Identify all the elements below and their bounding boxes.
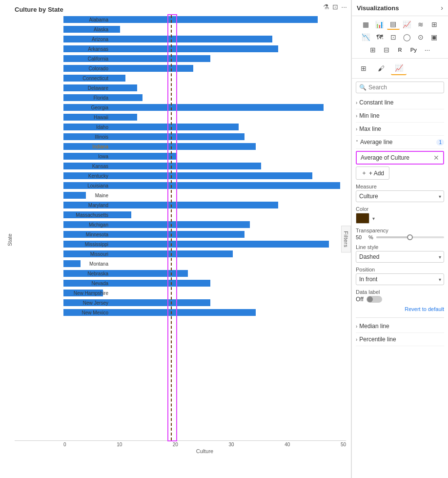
section-average-line[interactable]: ˅ Average line 1 bbox=[356, 136, 444, 149]
bar-row[interactable]: Iowa bbox=[63, 152, 346, 161]
x-tick: 10 bbox=[117, 442, 122, 447]
bar-label: Mississippi bbox=[63, 242, 110, 247]
viz-icon-matrix[interactable]: ⊟ bbox=[380, 44, 393, 55]
measure-select[interactable]: Culture bbox=[356, 190, 444, 202]
bar-row[interactable]: Alaska bbox=[63, 25, 346, 34]
bar-row[interactable]: Illinois bbox=[63, 132, 346, 141]
bar-chart-container: AlabamaAlaskaArizonaArkansasCaliforniaCo… bbox=[15, 15, 346, 455]
viz-icon-treemap[interactable]: ⊡ bbox=[387, 32, 400, 42]
bar-row[interactable]: Nebraska bbox=[63, 269, 346, 278]
sub-tab-format[interactable]: 🖌 bbox=[373, 62, 389, 75]
bar-row[interactable]: Florida bbox=[63, 93, 346, 102]
chart-toolbar: ⚗ ⊡ ··· bbox=[323, 3, 347, 11]
viz-icon-pie[interactable]: 📉 bbox=[360, 32, 372, 42]
toggle-thumb bbox=[367, 296, 373, 302]
section-constant-line[interactable]: › Constant line bbox=[356, 96, 444, 109]
chevron-percentile: › bbox=[356, 337, 357, 342]
sub-tab-analytics[interactable]: 📈 bbox=[391, 62, 407, 75]
bar-label: Nevada bbox=[63, 281, 110, 286]
chevron-average: ˅ bbox=[356, 140, 358, 145]
search-box[interactable]: 🔍 bbox=[356, 82, 444, 93]
bar-row[interactable]: Delaware bbox=[63, 83, 346, 92]
bar-label: New Jersey bbox=[63, 300, 110, 306]
bar-label: Alabama bbox=[63, 17, 110, 22]
sub-tab-fields[interactable]: ⊞ bbox=[356, 62, 371, 75]
bar-row[interactable]: New Jersey bbox=[63, 298, 346, 307]
bar-row[interactable]: Montana bbox=[63, 259, 346, 268]
bar-row[interactable]: Maine bbox=[63, 191, 346, 200]
position-select[interactable]: In front bbox=[356, 273, 444, 285]
viz-icon-scatter[interactable]: ⊞ bbox=[428, 19, 441, 30]
bar-row[interactable]: Alabama bbox=[63, 15, 346, 24]
bar-label: Georgia bbox=[63, 105, 110, 110]
x-axis: 01020304050 Culture bbox=[15, 440, 346, 455]
bar-row[interactable]: New Hampshire bbox=[63, 289, 346, 297]
filter-icon[interactable]: ⚗ bbox=[323, 3, 329, 11]
max-line-label: Max line bbox=[359, 125, 381, 132]
data-label-toggle[interactable] bbox=[367, 296, 382, 303]
line-style-select[interactable]: Dashed bbox=[356, 251, 444, 263]
more-options-icon[interactable]: ··· bbox=[341, 3, 347, 11]
bar-row[interactable]: Kentucky bbox=[63, 171, 346, 180]
viz-icon-py[interactable]: Py bbox=[407, 44, 420, 55]
viz-icon-r[interactable]: R bbox=[394, 44, 407, 55]
viz-nav-forward[interactable]: › bbox=[441, 4, 443, 12]
color-swatch[interactable] bbox=[356, 213, 369, 224]
bar-label: Florida bbox=[63, 95, 110, 101]
section-percentile-line[interactable]: › Percentile line bbox=[356, 333, 444, 346]
viz-icon-horizontal-bar[interactable]: ▤ bbox=[387, 19, 400, 30]
bar-row[interactable]: Idaho bbox=[63, 123, 346, 131]
average-pill-close[interactable]: ✕ bbox=[433, 154, 439, 162]
x-tick: 0 bbox=[63, 442, 66, 447]
bar-row[interactable]: Kansas bbox=[63, 162, 346, 170]
filters-tab[interactable]: Filters bbox=[341, 226, 351, 252]
add-average-button[interactable]: ＋ + Add bbox=[356, 166, 389, 180]
viz-icon-area[interactable]: ≋ bbox=[414, 19, 427, 30]
viz-icon-card[interactable]: ▣ bbox=[428, 32, 441, 42]
section-max-line[interactable]: › Max line bbox=[356, 123, 444, 136]
bar-row[interactable]: Arizona bbox=[63, 35, 346, 43]
bar-row[interactable]: Arkansas bbox=[63, 44, 346, 53]
bar-row[interactable]: Louisiana bbox=[63, 181, 346, 190]
x-axis-label: Culture bbox=[63, 448, 346, 454]
bar-row[interactable]: Michigan bbox=[63, 220, 346, 229]
revert-link[interactable]: Revert to default bbox=[405, 304, 444, 314]
search-input[interactable] bbox=[368, 84, 441, 91]
bar-row[interactable]: Missouri bbox=[63, 249, 346, 258]
color-dropdown-arrow[interactable]: ▾ bbox=[372, 216, 375, 221]
bar-label: Kentucky bbox=[63, 173, 110, 179]
bar-row[interactable]: Connecticut bbox=[63, 74, 346, 83]
transparency-thumb[interactable] bbox=[407, 234, 413, 240]
viz-icon-bar[interactable]: 📊 bbox=[373, 19, 386, 30]
average-line-label: Average line bbox=[360, 139, 393, 145]
bar-row[interactable]: Hawaii bbox=[63, 113, 346, 122]
viz-icon-line[interactable]: 📈 bbox=[401, 19, 413, 30]
bar-row[interactable]: Mississippi bbox=[63, 240, 346, 249]
viz-icon-table[interactable]: ⊞ bbox=[367, 44, 379, 55]
viz-icon-gauge[interactable]: ⊙ bbox=[414, 32, 427, 42]
viz-icon-stacked-bar[interactable]: ▦ bbox=[360, 19, 372, 30]
right-panel: Visualizations › ▦ 📊 ▤ 📈 ≋ ⊞ 📉 🗺 ⊡ ◯ ⊙ ▣… bbox=[351, 0, 448, 478]
bar-row[interactable]: Minnesota bbox=[63, 230, 346, 239]
focus-icon[interactable]: ⊡ bbox=[332, 3, 338, 11]
bar-row[interactable]: Indiana bbox=[63, 142, 346, 151]
data-label-label: Data label bbox=[356, 289, 444, 295]
bar-row[interactable]: Colorado bbox=[63, 64, 346, 73]
viz-icon-donut[interactable]: ◯ bbox=[401, 32, 413, 42]
bar-row[interactable]: California bbox=[63, 54, 346, 63]
bar-row[interactable]: Nevada bbox=[63, 279, 346, 288]
transparency-track[interactable] bbox=[376, 236, 444, 238]
bar-row[interactable]: Georgia bbox=[63, 103, 346, 112]
section-median-line[interactable]: › Median line bbox=[356, 320, 444, 333]
section-min-line[interactable]: › Min line bbox=[356, 109, 444, 123]
chevron-median: › bbox=[356, 324, 357, 329]
viz-icon-map[interactable]: 🗺 bbox=[373, 32, 386, 42]
viz-header-title: Visualizations bbox=[357, 4, 399, 12]
bar-row[interactable]: Maryland bbox=[63, 201, 346, 209]
transparency-slider-row: 50 % bbox=[356, 234, 444, 240]
x-tick: 50 bbox=[341, 442, 346, 447]
bar-row[interactable]: New Mexico bbox=[63, 308, 346, 317]
x-tick: 30 bbox=[229, 442, 234, 447]
bar-row[interactable]: Massachusetts bbox=[63, 210, 346, 219]
viz-icon-more[interactable]: ··· bbox=[421, 44, 434, 55]
